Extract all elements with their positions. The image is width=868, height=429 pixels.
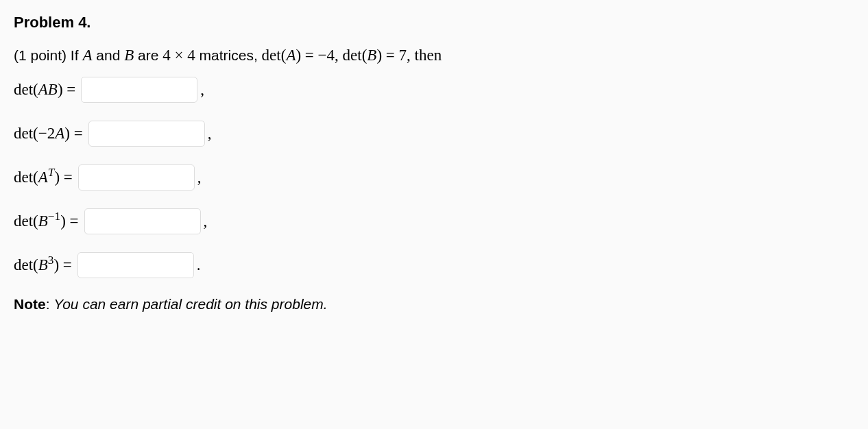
label-det-b3: det(B3) = — [14, 256, 72, 274]
intro-detA-close: ) = — [296, 47, 317, 64]
r4-sup: −1 — [48, 210, 60, 223]
note-sep: : — [46, 296, 54, 312]
intro-matrices: matrices, — [195, 47, 262, 64]
r4-pre: det( — [14, 212, 38, 230]
input-det-binv[interactable] — [84, 208, 201, 234]
input-det-neg2a[interactable] — [88, 121, 205, 147]
intro-then: , then — [407, 47, 442, 64]
intro-detB-pre: det( — [343, 47, 367, 64]
note: Note: You can earn partial credit on thi… — [14, 296, 854, 312]
r5-punct: . — [197, 256, 201, 274]
r1-post: ) = — [58, 81, 75, 98]
r5-var: B — [38, 256, 48, 273]
label-det-ab: det(AB) = — [14, 81, 75, 99]
intro-sep1: , — [335, 47, 343, 64]
r5-pre: det( — [14, 256, 38, 273]
intro-detA-var: A — [286, 47, 296, 64]
intro-are: are — [134, 47, 162, 64]
r3-sup: T — [48, 166, 55, 179]
intro-detA-pre: det( — [262, 47, 287, 64]
r2-var-a: A — [55, 125, 64, 142]
intro-var-b: B — [124, 47, 134, 64]
r2-punct: , — [208, 125, 212, 143]
r1-var: AB — [38, 81, 58, 98]
intro-detB-close: ) = — [376, 47, 398, 64]
note-label: Note — [14, 296, 46, 312]
problem-title: Problem 4. — [14, 14, 854, 32]
row-det-binv: det(B−1) = , — [14, 208, 854, 234]
intro-detA-val: −4 — [318, 47, 335, 64]
r3-var: A — [38, 169, 48, 186]
row-det-neg2a: det(−2A) = , — [14, 121, 854, 147]
note-text: You can earn partial credit on this prob… — [53, 296, 327, 312]
r1-pre: det( — [14, 81, 38, 98]
input-det-ab[interactable] — [81, 77, 197, 103]
row-det-b3: det(B3) = . — [14, 252, 854, 278]
label-det-neg2a: det(−2A) = — [14, 125, 83, 143]
intro-var-a: A — [82, 47, 92, 64]
intro-dim: 4 × 4 — [162, 47, 195, 64]
r2-pre: det( — [14, 125, 38, 142]
r3-punct: , — [197, 169, 202, 186]
problem-intro: (1 point) If A and B are 4 × 4 matrices,… — [14, 47, 854, 64]
r2-post: ) = — [64, 125, 82, 142]
r2-var-minus: −2 — [38, 125, 55, 142]
label-det-at: det(AT) = — [14, 169, 73, 186]
r3-post: ) = — [54, 169, 72, 186]
row-det-ab: det(AB) = , — [14, 77, 854, 103]
r5-post: ) = — [53, 256, 71, 273]
r1-punct: , — [200, 81, 204, 99]
input-det-b3[interactable] — [77, 252, 194, 278]
input-det-at[interactable] — [78, 164, 195, 191]
r4-var: B — [38, 212, 48, 230]
r4-punct: , — [204, 212, 208, 230]
row-det-at: det(AT) = , — [14, 164, 854, 191]
intro-points: (1 point) If — [14, 47, 82, 64]
r4-post: ) = — [60, 212, 78, 230]
intro-detB-var: B — [367, 47, 376, 64]
intro-and: and — [92, 47, 124, 64]
label-det-binv: det(B−1) = — [14, 212, 79, 230]
intro-detB-val: 7 — [399, 47, 407, 64]
r3-pre: det( — [14, 169, 38, 186]
